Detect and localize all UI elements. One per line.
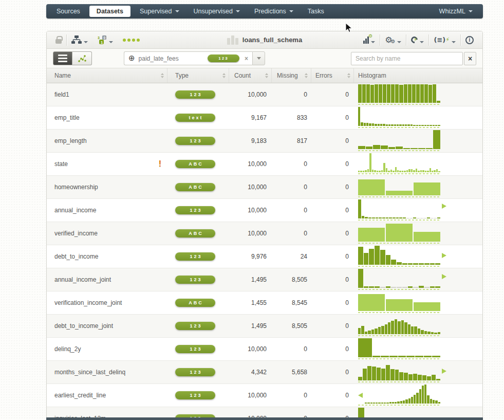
histogram-bar (406, 170, 408, 172)
scatter-view-button[interactable] (72, 51, 92, 65)
histogram-bar (374, 170, 376, 172)
sort-icon[interactable] (222, 73, 226, 78)
table-row[interactable]: annual_income_joint ! 123 1,495 8,505 0 (47, 268, 482, 291)
histogram-bar (364, 123, 366, 126)
table-row[interactable]: homeownership ! ABC 10,000 0 0 (47, 176, 482, 199)
histogram-bar (358, 107, 360, 126)
errors-cell: 0 (311, 361, 354, 384)
scriptify-button[interactable]: (≡)⚡ (429, 31, 460, 48)
histogram-bar (402, 263, 407, 265)
histogram-bar (416, 84, 420, 103)
one-click-actions-button[interactable]: ⚡ (406, 31, 428, 48)
histogram-bar (414, 232, 440, 242)
histogram[interactable] (358, 338, 440, 357)
table-row[interactable]: months_since_last_delinq ! 123 4,342 5,6… (47, 361, 482, 384)
column-header-missing[interactable]: Missing (272, 68, 311, 83)
count-cell: 10,000 (229, 384, 272, 407)
table-row[interactable]: state ! ABC 10,000 0 0 (47, 153, 482, 176)
histogram-bar (393, 217, 396, 218)
missing-cell: 8,545 (272, 291, 311, 314)
histogram-bar (413, 217, 416, 218)
histogram-bar (397, 170, 399, 172)
nav-whizzml[interactable]: WhizzML (432, 4, 480, 19)
type-badge: ABC (175, 160, 215, 168)
chevron-down-icon (420, 41, 424, 43)
histogram-bar (423, 218, 426, 218)
histogram[interactable] (358, 199, 440, 218)
nav-unsupervised[interactable]: Unsupervised (186, 4, 247, 19)
privacy-lock-button[interactable] (51, 31, 66, 48)
sort-icon[interactable] (161, 73, 164, 78)
histogram[interactable] (358, 153, 440, 172)
table-row[interactable]: field1 ! 123 10,000 0 0 (47, 83, 482, 106)
histogram[interactable] (358, 315, 440, 334)
histogram[interactable] (358, 176, 440, 195)
table-row[interactable]: debt_to_income_joint ! 123 1,495 8,505 0 (47, 315, 482, 338)
histogram[interactable] (358, 361, 440, 380)
histogram-bar (395, 402, 397, 404)
sort-icon[interactable] (265, 73, 268, 78)
table-row[interactable]: debt_to_income ! 123 9,976 24 0 (47, 245, 482, 268)
warning-icon[interactable]: ! (159, 159, 161, 169)
histogram[interactable] (358, 246, 440, 265)
list-view-button[interactable] (53, 51, 72, 65)
histogram-bar (431, 218, 434, 218)
nav-sources[interactable]: Sources (49, 4, 87, 19)
histogram-bar (372, 367, 376, 380)
dataset-toolbar: 3 0 1 loans_full_schema ⚙ (47, 31, 482, 49)
table-row[interactable]: earliest_credit_line ! 123 10,000 0 0 (47, 384, 482, 407)
table-row[interactable]: annual_income ! 123 10,000 0 0 (47, 199, 482, 222)
histogram-bar (395, 370, 399, 380)
sort-icon[interactable] (347, 73, 350, 78)
histogram[interactable] (358, 223, 440, 242)
table-row[interactable]: emp_length ! 123 9,183 817 0 (47, 130, 482, 153)
sort-icon[interactable] (305, 73, 308, 78)
table-row[interactable]: delinq_2y ! 123 10,000 0 0 (47, 338, 482, 361)
histogram-bar (358, 228, 385, 242)
histogram[interactable] (358, 292, 440, 311)
nav-predictions[interactable]: Predictions (247, 4, 301, 19)
fields-summary-button[interactable]: 3 0 1 (92, 31, 118, 48)
histogram[interactable] (358, 84, 440, 103)
nav-supervised[interactable]: Supervised (133, 4, 186, 19)
histogram-bar (383, 84, 386, 103)
svg-text:1: 1 (101, 40, 103, 45)
histogram-bar (416, 169, 417, 172)
histogram-bar (424, 331, 427, 334)
table-row[interactable]: emp_title ! text 9,167 833 0 (47, 106, 482, 130)
histogram-bar (435, 286, 440, 288)
type-badge: 123 (175, 206, 215, 214)
column-header-errors[interactable]: Errors (311, 68, 354, 83)
column-header-type[interactable]: Type (167, 68, 229, 83)
info-button[interactable]: i (461, 31, 478, 48)
clear-search-button[interactable]: × (464, 52, 476, 65)
table-row[interactable]: verification_income_joint ! ABC 1,455 8,… (47, 291, 482, 315)
histogram[interactable] (358, 107, 440, 126)
configure-menu-button[interactable]: ⚙⚙ (380, 31, 406, 48)
nav-datasets[interactable]: Datasets (89, 6, 130, 17)
histogram[interactable] (358, 130, 440, 149)
histogram-bar (391, 84, 395, 103)
column-header-count[interactable]: Count (229, 68, 272, 83)
one-click-model-menu-button[interactable]: ⚙ (359, 31, 380, 48)
table-row[interactable]: verified_income ! ABC 10,000 0 0 (47, 222, 482, 245)
histogram-bar (430, 125, 432, 126)
related-resources-button[interactable] (67, 31, 92, 48)
histogram-bar (367, 403, 369, 404)
count-cell: 9,167 (229, 106, 272, 129)
histogram-bar (408, 84, 412, 103)
histogram[interactable] (358, 269, 440, 288)
histogram-bar (388, 124, 390, 126)
histogram-bar (433, 125, 435, 126)
chevron-down-icon (397, 41, 401, 43)
histogram[interactable] (358, 385, 440, 404)
column-header-name[interactable]: Name (47, 68, 167, 83)
objective-field-box[interactable]: ⊕ paid_late_fees 123 × (124, 51, 252, 65)
chevron-down-icon (371, 41, 375, 43)
histogram-bar (413, 263, 418, 265)
search-input[interactable] (351, 52, 463, 65)
objective-dropdown-button[interactable] (252, 51, 265, 65)
clear-objective-icon[interactable]: × (245, 55, 248, 62)
nav-tasks[interactable]: Tasks (301, 4, 331, 19)
histogram-bar (427, 395, 429, 404)
